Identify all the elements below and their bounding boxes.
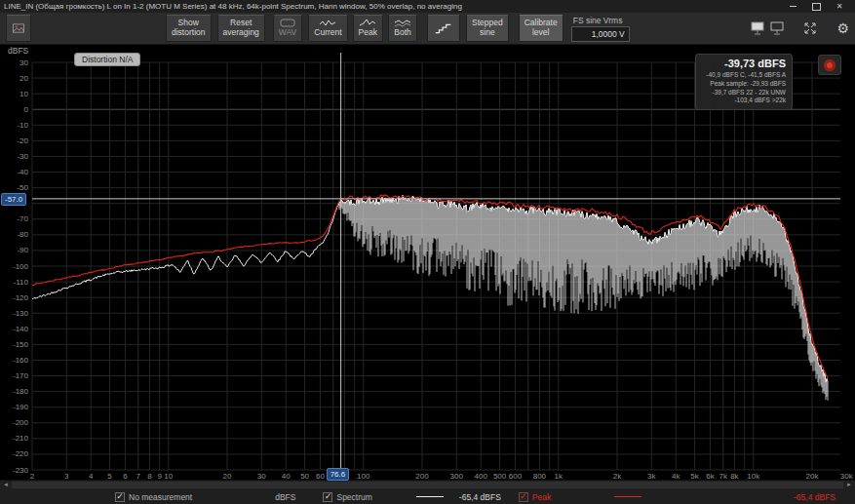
svg-text:8: 8 xyxy=(147,472,152,480)
svg-text:-140: -140 xyxy=(13,325,29,333)
svg-text:-40: -40 xyxy=(17,168,28,176)
no-measurement-label: No measurement xyxy=(129,492,192,502)
expand-arrows-icon xyxy=(803,21,817,35)
no-measurement-item: ✓ No measurement xyxy=(115,492,192,502)
wav-button[interactable]: WAV xyxy=(273,15,302,42)
svg-text:3: 3 xyxy=(64,472,69,480)
scrollbar-track[interactable] xyxy=(12,482,843,488)
show-distortion-button[interactable]: Show distortion xyxy=(166,15,212,42)
svg-text:3k: 3k xyxy=(647,472,656,480)
spectrum-label: Spectrum xyxy=(336,492,371,502)
snapshot-button[interactable] xyxy=(6,15,31,42)
svg-text:500: 500 xyxy=(493,472,507,480)
svg-text:10k: 10k xyxy=(747,472,760,480)
wav-file-icon xyxy=(280,19,295,27)
both-traces-button[interactable]: Both xyxy=(388,15,417,42)
svg-text:30k: 30k xyxy=(840,472,854,480)
svg-text:-220: -220 xyxy=(13,449,29,458)
svg-text:30: 30 xyxy=(19,58,28,67)
svg-text:-190: -190 xyxy=(13,403,29,411)
svg-text:20k: 20k xyxy=(806,472,820,480)
readout-main-value: -39,73 dBFS xyxy=(702,58,786,69)
svg-text:300: 300 xyxy=(450,472,464,480)
svg-text:20: 20 xyxy=(223,472,232,480)
peak-legend-item: ✓ Peak xyxy=(519,492,551,502)
toolbar: Show distortion Reset averaging WAV Curr… xyxy=(0,13,855,45)
svg-text:-170: -170 xyxy=(13,371,29,380)
cursor-db-label: -57.0 xyxy=(1,193,26,206)
scrollbar-thumb[interactable] xyxy=(12,482,843,488)
svg-text:6: 6 xyxy=(123,472,128,480)
svg-text:40: 40 xyxy=(282,472,291,480)
svg-text:-80: -80 xyxy=(17,230,28,239)
stepped-signal-button[interactable] xyxy=(427,15,460,42)
distortion-status-chip: Distortion N/A xyxy=(74,53,140,66)
current-trace-icon xyxy=(319,19,336,27)
svg-text:6k: 6k xyxy=(706,472,715,480)
image-icon xyxy=(13,22,24,34)
svg-text:-10: -10 xyxy=(17,121,28,130)
svg-text:30: 30 xyxy=(257,472,266,480)
settings-button[interactable]: ⚙ xyxy=(836,21,849,35)
svg-text:5k: 5k xyxy=(690,472,699,480)
peak-label: Peak xyxy=(532,492,551,502)
no-measurement-checkbox[interactable]: ✓ xyxy=(115,492,125,502)
display-select-button[interactable] xyxy=(751,21,786,36)
svg-text:7k: 7k xyxy=(719,472,728,480)
spectrum-value: -65,4 dBFS xyxy=(459,492,501,502)
app-window: LINE_IN (Общая громкость) L on In 1-2 (M… xyxy=(0,0,855,504)
svg-text:-120: -120 xyxy=(13,293,29,302)
peak-trace-icon xyxy=(359,19,376,27)
svg-text:-100: -100 xyxy=(13,262,29,271)
peak-value: -65,4 dBFS xyxy=(794,492,836,502)
readout-peak-sample: Peak sample: -29,93 dBFS xyxy=(702,80,786,89)
svg-text:-20: -20 xyxy=(17,136,28,145)
spectrum-plot-area[interactable]: 3020100-10-20-30-40-50-70-80-90-100-110-… xyxy=(0,45,855,480)
both-traces-icon xyxy=(394,19,411,27)
svg-text:4: 4 xyxy=(89,472,94,480)
svg-text:10: 10 xyxy=(164,472,173,480)
svg-text:10: 10 xyxy=(19,90,28,98)
fs-sine-vrms-input[interactable] xyxy=(571,26,630,42)
svg-text:5: 5 xyxy=(107,472,112,480)
svg-text:1k: 1k xyxy=(555,472,564,480)
svg-text:-160: -160 xyxy=(13,356,29,365)
spectrum-legend-item: ✓ Spectrum xyxy=(323,492,371,502)
svg-text:-30: -30 xyxy=(17,152,28,161)
peak-checkbox[interactable]: ✓ xyxy=(519,492,528,502)
stairs-icon xyxy=(434,22,453,35)
stepped-sine-button[interactable]: Stepped sine xyxy=(466,15,509,42)
fit-view-button[interactable] xyxy=(803,21,817,35)
svg-text:-50: -50 xyxy=(17,183,28,192)
svg-text:-150: -150 xyxy=(13,340,29,349)
svg-text:200: 200 xyxy=(415,472,429,480)
svg-text:600: 600 xyxy=(509,472,523,480)
titlebar[interactable]: LINE_IN (Общая громкость) L on In 1-2 (M… xyxy=(0,0,855,13)
current-trace-button[interactable]: Current xyxy=(308,15,347,42)
svg-text:60: 60 xyxy=(316,472,325,480)
svg-text:8k: 8k xyxy=(730,472,739,480)
peak-trace-button[interactable]: Peak xyxy=(353,15,383,42)
calibrate-level-button[interactable]: Calibrate level xyxy=(519,15,564,42)
svg-text:9: 9 xyxy=(157,472,162,480)
fs-sine-vrms-group: FS sine Vrms xyxy=(571,16,630,42)
svg-text:-200: -200 xyxy=(13,418,29,427)
toolbar-right-cluster: ⚙ xyxy=(751,21,849,36)
record-button[interactable] xyxy=(818,55,841,75)
maximize-button[interactable] xyxy=(804,0,828,13)
fs-sine-vrms-label: FS sine Vrms xyxy=(571,16,623,25)
cursor-freq-label: 76.6 xyxy=(327,468,350,481)
minimize-button[interactable] xyxy=(781,0,804,13)
svg-text:20: 20 xyxy=(19,74,28,83)
horizontal-scrollbar[interactable]: ◄ ► xyxy=(0,480,855,488)
legend-statusbar: ✓ No measurement dBFS ✓ Spectrum -65,4 d… xyxy=(0,488,855,504)
svg-text:-90: -90 xyxy=(17,246,28,254)
y-axis-unit-label: dBFS xyxy=(8,46,28,56)
close-button[interactable]: ✕ xyxy=(828,0,851,13)
reset-averaging-button[interactable]: Reset averaging xyxy=(217,15,265,42)
svg-text:2: 2 xyxy=(30,472,35,480)
unit-column-label: dBFS xyxy=(275,492,295,502)
svg-text:800: 800 xyxy=(533,472,547,480)
spectrum-checkbox[interactable]: ✓ xyxy=(323,492,332,502)
svg-text:-70: -70 xyxy=(17,214,28,223)
